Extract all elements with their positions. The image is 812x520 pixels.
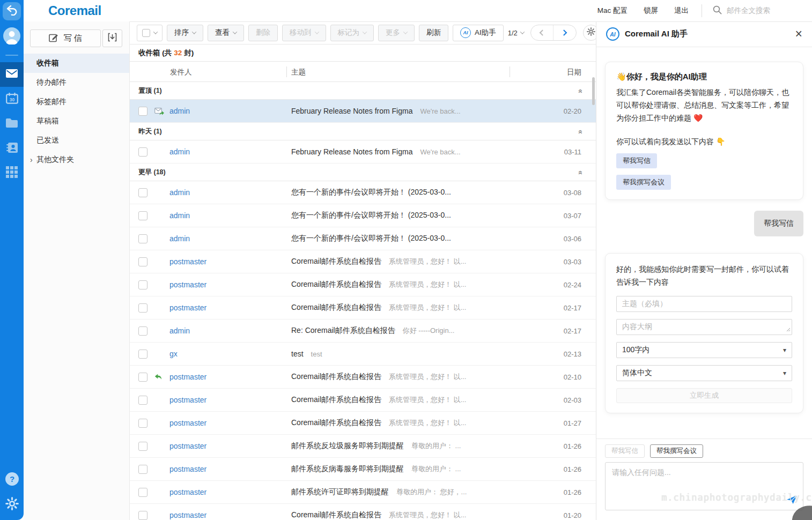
row-subject[interactable]: Coremail邮件系统自检报告 系统管理员，您好！ 以... xyxy=(291,395,548,405)
row-sender[interactable]: postmaster xyxy=(169,257,291,266)
delete-button[interactable]: 删除 xyxy=(248,25,278,41)
row-subject[interactable]: February Release Notes from Figma We're … xyxy=(291,107,548,115)
suggestion-chip-0[interactable]: 帮我写信 xyxy=(616,153,657,168)
rail-item-contacts[interactable] xyxy=(0,136,24,161)
row-checkbox[interactable] xyxy=(138,211,147,220)
row-checkbox[interactable] xyxy=(138,396,147,405)
view-button[interactable]: 查看 xyxy=(208,25,244,41)
row-checkbox[interactable] xyxy=(138,488,147,497)
collapse-icon[interactable]: « xyxy=(577,89,585,93)
mail-row[interactable]: admin Re: Coremail邮件系统自检报告 你好 -----Origi… xyxy=(130,320,596,343)
mail-row[interactable]: postmaster 邮件系统许可证即将到期提醒 尊敬的用户： 您好，... 0… xyxy=(130,481,596,504)
list-settings-button[interactable] xyxy=(583,25,596,41)
subject-input[interactable]: 主题（必填） xyxy=(616,296,792,312)
settings-button[interactable] xyxy=(3,495,21,514)
row-sender[interactable]: postmaster xyxy=(169,396,291,404)
row-subject[interactable]: Coremail邮件系统自检报告 系统管理员，您好！ 以... xyxy=(291,372,548,382)
mail-row[interactable]: postmaster Coremail邮件系统自检报告 系统管理员，您好！ 以.… xyxy=(130,250,596,273)
undo-button[interactable] xyxy=(3,2,21,20)
sidebar-folder-1[interactable]: 待办邮件 xyxy=(24,73,129,92)
close-icon[interactable]: × xyxy=(795,28,802,40)
user-avatar[interactable] xyxy=(3,28,21,46)
row-subject[interactable]: 邮件系统反垃圾服务即将到期提醒 尊敬的用户： ... xyxy=(291,441,548,451)
row-subject[interactable]: Coremail邮件系统自检报告 系统管理员，您好！ 以... xyxy=(291,257,548,266)
mail-row[interactable]: postmaster Coremail邮件系统自检报告 系统管理员，您好！ 以.… xyxy=(130,389,596,412)
mail-row[interactable]: admin 您有一个新的事件/会议即将开始！ (2025-03-0... 03-… xyxy=(130,227,596,250)
row-sender[interactable]: admin xyxy=(169,107,291,115)
move-to-button[interactable]: 移动到 xyxy=(282,25,326,41)
rail-item-mail[interactable] xyxy=(0,62,24,87)
row-checkbox[interactable] xyxy=(138,419,147,428)
sidebar-folder-0[interactable]: 收件箱 xyxy=(24,54,129,73)
row-checkbox[interactable] xyxy=(138,326,147,336)
row-checkbox[interactable] xyxy=(138,303,147,313)
resize-handle-icon[interactable] xyxy=(786,325,791,333)
receive-mail-button[interactable] xyxy=(102,29,122,47)
row-subject[interactable]: Coremail邮件系统自检报告 系统管理员，您好！ 以... xyxy=(291,303,548,313)
select-all-dropdown[interactable] xyxy=(137,25,163,41)
mail-row[interactable]: postmaster Coremail邮件系统自检报告 系统管理员，您好！ 以.… xyxy=(130,273,596,296)
ai-chat-input[interactable]: 请输入任何问题... xyxy=(605,462,803,510)
row-subject[interactable]: 您有一个新的事件/会议即将开始！ (2025-03-0... xyxy=(291,234,548,243)
next-page-button[interactable] xyxy=(553,25,576,40)
mail-row[interactable]: gx test test 02-13 xyxy=(130,343,596,366)
collapse-icon[interactable]: « xyxy=(577,170,585,175)
row-checkbox[interactable] xyxy=(138,234,147,243)
row-checkbox[interactable] xyxy=(138,280,147,289)
global-search[interactable]: 邮件全文搜索 xyxy=(713,5,770,17)
row-checkbox[interactable] xyxy=(138,350,147,359)
row-subject[interactable]: 您有一个新的事件/会议即将开始！ (2025-03-0... xyxy=(291,188,548,197)
collapse-icon[interactable]: « xyxy=(577,130,585,134)
row-sender[interactable]: postmaster xyxy=(169,488,291,496)
ai-assistant-button[interactable]: AI AI助手 xyxy=(453,25,504,41)
row-subject[interactable]: Coremail邮件系统自检报告 系统管理员，您好！ 以... xyxy=(291,510,548,520)
send-icon[interactable] xyxy=(786,495,798,506)
suggestion-chip-1[interactable]: 帮我撰写会议 xyxy=(616,175,671,190)
prev-page-button[interactable] xyxy=(531,25,553,40)
row-subject[interactable]: 您有一个新的事件/会议即将开始！ (2025-03-0... xyxy=(291,211,548,220)
row-checkbox[interactable] xyxy=(138,511,147,520)
row-subject[interactable]: Coremail邮件系统自检报告 系统管理员，您好！ 以... xyxy=(291,280,548,289)
section-header[interactable]: 置顶 (1) « xyxy=(130,82,596,100)
mail-row[interactable]: postmaster Coremail邮件系统自检报告 系统管理员，您好！ 以.… xyxy=(130,296,596,320)
section-header[interactable]: 更早 (18) « xyxy=(130,164,596,181)
language-select[interactable]: 简体中文 ▾ xyxy=(616,365,792,381)
row-checkbox[interactable] xyxy=(138,257,147,266)
refresh-button[interactable]: 刷新 xyxy=(419,25,448,41)
row-subject[interactable]: Re: Coremail邮件系统自检报告 你好 -----Origin... xyxy=(291,326,548,336)
mail-row[interactable]: postmaster Coremail邮件系统自检报告 系统管理员，您好！ 以.… xyxy=(130,504,596,520)
mail-row[interactable]: postmaster Coremail邮件系统自检报告 系统管理员，您好！ 以.… xyxy=(130,412,596,435)
row-sender[interactable]: admin xyxy=(169,326,291,335)
row-sender[interactable]: postmaster xyxy=(169,303,291,312)
sidebar-folder-2[interactable]: 标签邮件 xyxy=(24,92,129,112)
mail-row[interactable]: admin 您有一个新的事件/会议即将开始！ (2025-03-0... 03-… xyxy=(130,204,596,227)
topbar-menu-mac-config[interactable]: Mac 配置 xyxy=(597,6,628,16)
generate-button[interactable]: 立即生成 xyxy=(616,388,792,403)
row-sender[interactable]: postmaster xyxy=(169,280,291,289)
row-sender[interactable]: gx xyxy=(169,350,291,358)
row-sender[interactable]: admin xyxy=(169,211,291,220)
quick-action-button-0[interactable]: 帮我写信 xyxy=(605,444,645,458)
mail-row[interactable]: postmaster Coremail邮件系统自检报告 系统管理员，您好！ 以.… xyxy=(130,366,596,389)
sidebar-folder-3[interactable]: 草稿箱 xyxy=(24,112,129,131)
rail-item-apps[interactable] xyxy=(0,161,24,185)
compose-button[interactable]: 写 信 xyxy=(30,29,101,47)
outline-textarea[interactable]: 内容大纲 xyxy=(616,319,792,335)
section-header[interactable]: 昨天 (1) « xyxy=(130,123,596,140)
sidebar-folder-5[interactable]: ›其他文件夹 xyxy=(24,150,129,169)
row-checkbox[interactable] xyxy=(138,442,147,451)
row-sender[interactable]: admin xyxy=(169,188,291,197)
column-date[interactable]: 日期 xyxy=(567,68,581,77)
mail-row[interactable]: admin 您有一个新的事件/会议即将开始！ (2025-03-0... 03-… xyxy=(130,181,596,204)
more-button[interactable]: 更多 xyxy=(378,25,415,41)
row-sender[interactable]: postmaster xyxy=(169,511,291,519)
row-subject[interactable]: test test xyxy=(291,350,548,358)
row-sender[interactable]: postmaster xyxy=(169,465,291,473)
rail-item-folders[interactable] xyxy=(0,112,24,136)
topbar-menu-logout[interactable]: 退出 xyxy=(674,6,689,16)
row-checkbox[interactable] xyxy=(138,465,147,474)
mail-row[interactable]: postmaster 邮件系统反病毒服务即将到期提醒 尊敬的用户： ... 01… xyxy=(130,458,596,481)
row-sender[interactable]: postmaster xyxy=(169,442,291,450)
mail-row[interactable]: admin February Release Notes from Figma … xyxy=(130,140,596,164)
column-subject[interactable]: 主题 xyxy=(291,68,306,77)
